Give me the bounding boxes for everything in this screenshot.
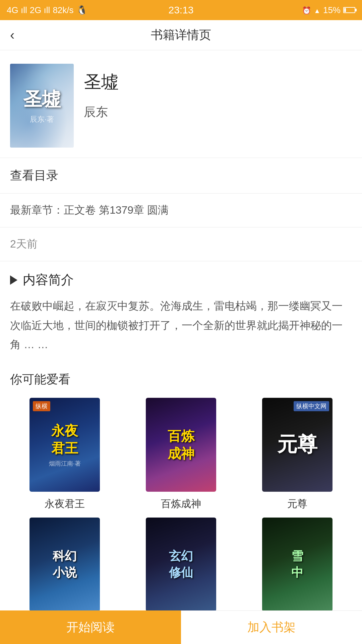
related-book-2[interactable]: 百炼成神 百炼成神 <box>126 398 236 511</box>
latest-chapter-row[interactable]: 最新章节：正文卷 第1379章 圆满 <box>0 193 362 227</box>
start-reading-button[interactable]: 开始阅读 <box>0 610 181 644</box>
related-book-4[interactable]: 科幻小说 <box>10 518 120 617</box>
wechat-icon: 🐧 <box>76 5 87 15</box>
desc-text: 在破败中崛起，在寂灭中复苏。沧海成生，雷电枯竭，那一缕幽冥又一次临近大地，世间的… <box>10 297 352 355</box>
status-time: 23:13 <box>168 4 193 16</box>
toc-row[interactable]: 查看目录 <box>0 158 362 193</box>
related-title: 你可能爱看 <box>10 371 352 388</box>
related-book-3[interactable]: 元尊 纵横中文网 元尊 <box>242 398 352 511</box>
status-left: 4G ıll 2G ıll 82k/s 🐧 <box>7 5 87 15</box>
signal-2g: 2G ıll <box>30 5 50 15</box>
book-thumb-3: 元尊 纵横中文网 <box>262 398 333 492</box>
back-button[interactable]: ‹ <box>10 28 14 43</box>
update-time-row: 2天前 <box>0 227 362 261</box>
desc-header: 内容简介 <box>10 271 352 288</box>
book-author: 辰东 <box>84 104 352 120</box>
desc-title: 内容简介 <box>23 271 74 288</box>
page-title: 书籍详情页 <box>151 27 211 43</box>
book-cover-title: 圣墟 <box>23 87 61 112</box>
description-section: 内容简介 在破败中崛起，在寂灭中复苏。沧海成生，雷电枯竭，那一缕幽冥又一次临近大… <box>0 261 362 365</box>
signal-4g: 4G ıll <box>7 5 27 15</box>
desc-arrow-icon <box>10 275 17 285</box>
book-thumb-4: 科幻小说 <box>29 518 100 611</box>
related-books-grid: 永夜君王 烟雨江南·著 纵横 永夜君王 百炼成神 百炼成神 <box>10 398 352 617</box>
related-book-5[interactable]: 玄幻修仙 <box>126 518 236 617</box>
book-name-1: 永夜君王 <box>45 497 85 511</box>
bottom-bar: 开始阅读 加入书架 <box>0 610 362 644</box>
add-to-shelf-button[interactable]: 加入书架 <box>181 610 362 644</box>
book-thumb-6: 雪中 <box>262 518 333 611</box>
book-name-3: 元尊 <box>287 497 307 511</box>
wifi-icon <box>314 5 320 15</box>
book-thumb-1: 永夜君王 烟雨江南·著 纵横 <box>29 398 100 492</box>
battery-icon <box>343 7 355 13</box>
status-bar: 4G ıll 2G ıll 82k/s 🐧 23:13 15% <box>0 0 362 20</box>
status-right: 15% <box>302 5 355 15</box>
related-book-1[interactable]: 永夜君王 烟雨江南·著 纵横 永夜君王 <box>10 398 120 511</box>
main-content: 圣墟 辰东·著 圣墟 辰东 查看目录 最新章节：正文卷 第1379章 圆满 2天… <box>0 50 362 644</box>
book-cover: 圣墟 辰东·著 <box>10 64 74 148</box>
book-meta: 圣墟 辰东 <box>84 64 352 120</box>
book-title: 圣墟 <box>84 70 352 94</box>
header: ‹ 书籍详情页 <box>0 20 362 50</box>
clock-icon <box>302 5 311 15</box>
book-name-2: 百炼成神 <box>161 497 201 511</box>
related-book-6[interactable]: 雪中 <box>242 518 352 617</box>
related-section: 你可能爱看 永夜君王 烟雨江南·著 纵横 永夜君王 百炼成神 <box>0 365 362 624</box>
battery-percent: 15% <box>323 5 341 15</box>
book-info-section: 圣墟 辰东·著 圣墟 辰东 <box>0 50 362 158</box>
book-thumb-2: 百炼成神 <box>146 398 216 492</box>
speed-indicator: 82k/s <box>53 5 73 15</box>
book-thumb-5: 玄幻修仙 <box>146 518 216 611</box>
